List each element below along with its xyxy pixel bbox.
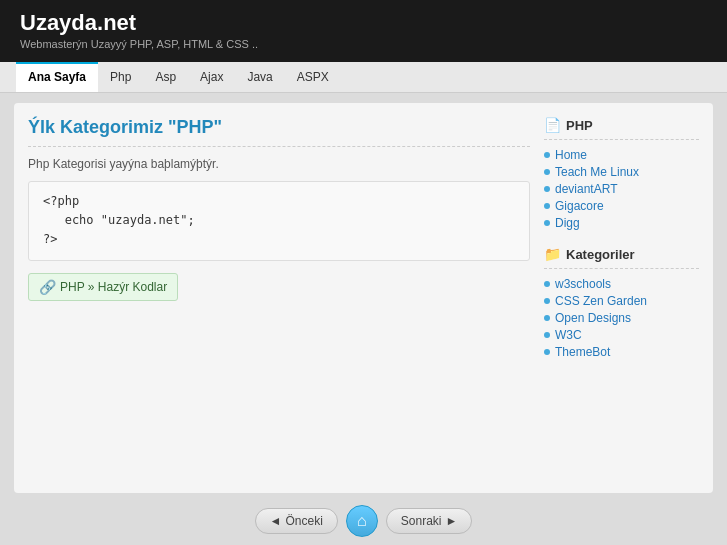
main-navbar: Ana SayfaPhpAspAjaxJavaASPX: [0, 62, 727, 93]
site-title: Uzayda.net: [20, 10, 707, 36]
php-link[interactable]: deviantART: [544, 182, 699, 196]
bullet-icon: [544, 169, 550, 175]
php-widget-title: 📄 PHP: [544, 117, 699, 140]
list-item: Teach Me Linux: [544, 165, 699, 179]
list-item: w3schools: [544, 277, 699, 291]
kategoriler-link[interactable]: Open Designs: [544, 311, 699, 325]
php-link[interactable]: Gigacore: [544, 199, 699, 213]
list-item: CSS Zen Garden: [544, 294, 699, 308]
content-area: Ýlk Kategorimiz "PHP" Php Kategorisi yay…: [14, 103, 713, 493]
bullet-icon: [544, 315, 550, 321]
kategoriler-link[interactable]: ThemeBot: [544, 345, 699, 359]
kategoriler-widget: 📁 Kategoriler w3schoolsCSS Zen GardenOpe…: [544, 246, 699, 359]
site-subtitle: Webmasterýn Uzayyý PHP, ASP, HTML & CSS …: [20, 38, 707, 50]
read-more-icon: 🔗: [39, 279, 56, 295]
bullet-icon: [544, 349, 550, 355]
prev-button[interactable]: ◄ Önceki: [255, 508, 338, 534]
kategoriler-link[interactable]: CSS Zen Garden: [544, 294, 699, 308]
list-item: deviantART: [544, 182, 699, 196]
bullet-icon: [544, 186, 550, 192]
nav-tab-ajax[interactable]: Ajax: [188, 62, 235, 92]
right-column: 📄 PHP HomeTeach Me LinuxdeviantARTGigaco…: [544, 117, 699, 473]
list-item: Home: [544, 148, 699, 162]
php-widget: 📄 PHP HomeTeach Me LinuxdeviantARTGigaco…: [544, 117, 699, 230]
kategoriler-widget-label: Kategoriler: [566, 247, 635, 262]
main-wrapper: Ýlk Kategorimiz "PHP" Php Kategorisi yay…: [0, 93, 727, 545]
pagination: ◄ Önceki ⌂ Sonraki ►: [14, 493, 713, 545]
read-more-link[interactable]: 🔗 PHP » Hazýr Kodlar: [28, 273, 178, 301]
nav-tab-ana-sayfa[interactable]: Ana Sayfa: [16, 62, 98, 92]
kategoriler-link[interactable]: w3schools: [544, 277, 699, 291]
list-item: W3C: [544, 328, 699, 342]
bullet-icon: [544, 152, 550, 158]
bullet-icon: [544, 220, 550, 226]
home-button[interactable]: ⌂: [346, 505, 378, 537]
list-item: Gigacore: [544, 199, 699, 213]
nav-tab-asp[interactable]: Asp: [143, 62, 188, 92]
prev-arrow-icon: ◄: [270, 514, 282, 528]
list-item: ThemeBot: [544, 345, 699, 359]
php-link[interactable]: Digg: [544, 216, 699, 230]
nav-tab-php[interactable]: Php: [98, 62, 143, 92]
left-column: Ýlk Kategorimiz "PHP" Php Kategorisi yay…: [28, 117, 530, 473]
php-widget-label: PHP: [566, 118, 593, 133]
bullet-icon: [544, 281, 550, 287]
kategoriler-links-list: w3schoolsCSS Zen GardenOpen DesignsW3CTh…: [544, 277, 699, 359]
bullet-icon: [544, 203, 550, 209]
next-label: Sonraki: [401, 514, 442, 528]
next-button[interactable]: Sonraki ►: [386, 508, 473, 534]
bullet-icon: [544, 332, 550, 338]
kategoriler-link[interactable]: W3C: [544, 328, 699, 342]
article-title: Ýlk Kategorimiz "PHP": [28, 117, 530, 147]
site-header: Uzayda.net Webmasterýn Uzayyý PHP, ASP, …: [0, 0, 727, 62]
php-widget-icon: 📄: [544, 117, 561, 133]
list-item: Open Designs: [544, 311, 699, 325]
article-intro: Php Kategorisi yayýna baþlamýþtýr.: [28, 157, 530, 171]
read-more-label: PHP » Hazýr Kodlar: [60, 280, 167, 294]
php-link[interactable]: Home: [544, 148, 699, 162]
nav-tab-java[interactable]: Java: [235, 62, 284, 92]
kategoriler-widget-title: 📁 Kategoriler: [544, 246, 699, 269]
kategoriler-widget-icon: 📁: [544, 246, 561, 262]
code-block: <?php echo "uzayda.net"; ?>: [28, 181, 530, 261]
php-link[interactable]: Teach Me Linux: [544, 165, 699, 179]
bullet-icon: [544, 298, 550, 304]
nav-tab-aspx[interactable]: ASPX: [285, 62, 341, 92]
prev-label: Önceki: [285, 514, 322, 528]
php-links-list: HomeTeach Me LinuxdeviantARTGigacoreDigg: [544, 148, 699, 230]
list-item: Digg: [544, 216, 699, 230]
next-arrow-icon: ►: [446, 514, 458, 528]
home-icon: ⌂: [357, 512, 367, 530]
